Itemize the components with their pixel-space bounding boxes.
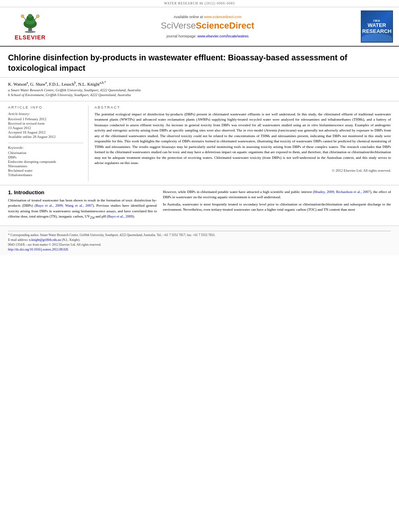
introduction-right-column: However, while DBPs in chlorinated potab… (163, 189, 391, 222)
footer-section: * Corresponding author. Smart Water Rese… (0, 226, 399, 255)
ref-richardson-2007[interactable]: Richardson et al., 2007 (336, 190, 370, 194)
copyright-notice: © 2012 Elsevier Ltd. All rights reserved… (95, 168, 391, 173)
email-address[interactable]: n.knight@griffith.edu.au (29, 238, 61, 242)
svg-point-8 (21, 14, 24, 17)
section-title: Introduction (14, 189, 44, 195)
article-history-group: Article history: Received 1 February 201… (8, 112, 83, 139)
journal-header: WATER RESEARCH 46 (2012) 6069–6083 (0, 0, 399, 7)
svg-point-10 (36, 14, 39, 17)
svg-point-1 (25, 31, 35, 33)
keywords-label: Keywords: (8, 146, 83, 150)
doi-note: http://dx.doi.org/10.1016/j.watres.2012.… (8, 247, 391, 252)
intro-left-text: Chlorination of treated wastewater has b… (8, 198, 157, 220)
authors-line: K. Watsona, G. Shawa, F.D.L. Leuschb, N.… (8, 81, 391, 86)
intro-right-para-1: However, while DBPs in chlorinated potab… (163, 189, 391, 200)
sciencedirect-brand: SciVerseScienceDirect (161, 21, 254, 31)
abstract-text: The potential ecological impact of disin… (95, 112, 391, 166)
info-divider (8, 143, 83, 143)
ref-bayo-2009-b[interactable]: Bayo et al., 2009 (108, 214, 133, 218)
sciencedirect-url[interactable]: www.sciencedirect.com (204, 15, 242, 19)
article-title: Chlorine disinfection by-products in was… (8, 52, 391, 73)
water-research-badge-area: IWA WATER RESEARCH (359, 10, 395, 43)
article-info-panel: ARTICLE INFO Article history: Received 1… (8, 105, 88, 181)
history-label: Article history: (8, 112, 83, 116)
keyword-chlorination: Chlorination (8, 151, 83, 155)
email-note: E-mail address: n.knight@griffith.edu.au… (8, 238, 391, 242)
corresponding-author-text: * Corresponding author. Smart Water Rese… (8, 233, 216, 237)
intro-right-para-2: In Australia, wastewater is most frequen… (163, 202, 391, 213)
svg-point-6 (28, 14, 33, 17)
sciverse-text: SciVerse (161, 21, 196, 31)
corresponding-author-note: * Corresponding author. Smart Water Rese… (8, 233, 391, 238)
issn-note: 0043-1354/$ – see front matter © 2012 El… (8, 242, 391, 247)
received-revised-date: 13 August 2012 (8, 126, 83, 130)
elsevier-brand-text: ELSEVIER (14, 34, 45, 41)
author-knight: N.L. Knight (78, 82, 99, 86)
badge-research: RESEARCH (362, 28, 392, 34)
keyword-trihalomethanes: Trihalomethanes (8, 173, 83, 177)
keyword-reclaimed-water: Reclaimed water (8, 168, 83, 173)
badge-water: WATER (368, 23, 386, 28)
available-online-date: Available online 28 August 2012 (8, 135, 83, 139)
doi-link[interactable]: http://dx.doi.org/10.1016/j.watres.2012.… (8, 248, 68, 251)
accepted-date: Accepted 18 August 2012 (8, 130, 83, 134)
intro-right-text: However, while DBPs in chlorinated potab… (163, 189, 391, 213)
introduction-left-column: 1. Introduction Chlorination of treated … (8, 189, 157, 222)
email-label: E-mail address: (8, 238, 28, 242)
journal-url[interactable]: www.elsevier.com/locate/watres (197, 34, 249, 38)
keywords-list: Chlorination DBPs Endocrine disrupting c… (8, 151, 83, 177)
elsevier-tree-icon (16, 13, 44, 33)
abstract-section: ABSTRACT The potential ecological impact… (95, 105, 391, 181)
journal-citation: WATER RESEARCH 46 (2012) 6069–6083 (164, 2, 235, 5)
authors-section: K. Watsona, G. Shawa, F.D.L. Leuschb, N.… (0, 78, 399, 101)
introduction-section: 1. Introduction Chlorination of treated … (0, 185, 399, 226)
elsevier-logo-area: ELSEVIER (4, 10, 56, 43)
sciencedirect-branding: Available online at www.sciencedirect.co… (60, 10, 355, 43)
section-number: 1. (8, 189, 12, 195)
article-title-section: Chlorine disinfection by-products in was… (0, 47, 399, 78)
journal-homepage: journal homepage: www.elsevier.com/locat… (167, 34, 249, 38)
available-online-text: Available online at www.sciencedirect.co… (174, 15, 242, 19)
received-revised-label: Received in revised form (8, 121, 83, 125)
email-suffix: (N.L. Knight). (62, 238, 80, 242)
affiliation-b: b School of Environment, Griffith Univer… (8, 93, 391, 97)
page-header: ELSEVIER Available online at www.science… (0, 7, 399, 47)
received-date: Received 1 February 2012 (8, 117, 83, 121)
author-shaw: G. Shaw (30, 82, 45, 86)
article-info-label: ARTICLE INFO (8, 105, 83, 109)
keyword-nitrosamines: Nitrosamines (8, 164, 83, 168)
sciencedirect-text: ScienceDirect (196, 21, 255, 31)
ref-bayo-2009[interactable]: Bayo et al., 2009 (36, 203, 63, 207)
ref-wang-2007[interactable]: Wang et al., 2007 (65, 203, 93, 207)
keywords-group: Keywords: Chlorination DBPs Endocrine di… (8, 146, 83, 177)
ref-hrudey-2009[interactable]: Hrudey, 2009 (314, 190, 334, 194)
author-leusch: F.D.L. Leusch (49, 82, 74, 86)
introduction-heading: 1. Introduction (8, 189, 157, 195)
abstract-paragraph: The potential ecological impact of disin… (95, 112, 391, 166)
author-watson: K. Watson (8, 82, 27, 86)
main-content-area: ARTICLE INFO Article history: Received 1… (0, 101, 399, 185)
keyword-dbps: DBPs (8, 155, 83, 159)
keyword-endocrine: Endocrine disrupting compounds (8, 160, 83, 164)
water-research-badge: IWA WATER RESEARCH (361, 10, 393, 43)
abstract-label: ABSTRACT (95, 105, 391, 109)
affiliation-a: a Smart Water Research Centre, Griffith … (8, 88, 391, 92)
intro-para-1: Chlorination of treated wastewater has b… (8, 198, 157, 220)
footer-divider (8, 231, 391, 231)
